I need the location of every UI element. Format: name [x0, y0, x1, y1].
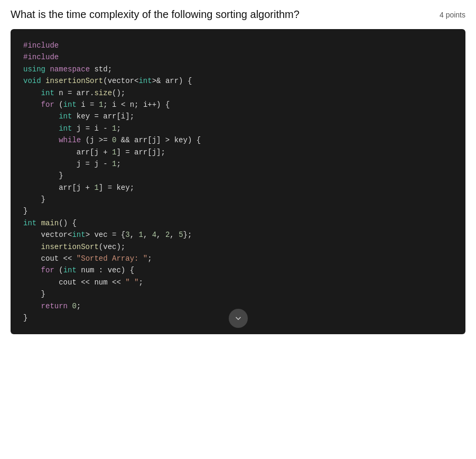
code-line: }	[23, 288, 453, 300]
code-line: int j = i - 1;	[23, 123, 453, 134]
code-block: #include #include using namespace std;vo…	[11, 29, 465, 334]
code-line: vector<int> vec = {3, 1, 4, 2, 5};	[23, 229, 453, 241]
code-line: using namespace std;	[23, 63, 453, 75]
question-header: What is the time complexity of the follo…	[11, 8, 465, 21]
code-line: arr[j + 1] = key;	[23, 182, 453, 194]
code-line: }	[23, 205, 453, 217]
code-line: }	[23, 194, 453, 205]
code-line: insertionSort(vec);	[23, 241, 453, 253]
code-line: j = j - 1;	[23, 158, 453, 170]
code-line: for (int num : vec) {	[23, 264, 453, 276]
code-line: while (j >= 0 && arr[j] > key) {	[23, 134, 453, 146]
scroll-down-button[interactable]	[229, 309, 248, 328]
code-line: for (int i = 1; i < n; i++) {	[23, 99, 453, 111]
code-line: int main() {	[23, 217, 453, 229]
code-line: cout << "Sorted Array: ";	[23, 253, 453, 264]
question-text: What is the time complexity of the follo…	[11, 8, 429, 21]
code-line: }	[23, 170, 453, 181]
code-line: #include	[23, 40, 453, 51]
code-line: int n = arr.size();	[23, 87, 453, 99]
code-line: #include	[23, 51, 453, 63]
code-line: int key = arr[i];	[23, 111, 453, 122]
code-line: void insertionSort(vector<int>& arr) {	[23, 75, 453, 87]
code-line: cout << num << " ";	[23, 277, 453, 288]
page-container: What is the time complexity of the follo…	[0, 0, 476, 459]
code-line: arr[j + 1] = arr[j];	[23, 146, 453, 158]
points-badge: 4 points	[440, 11, 465, 19]
